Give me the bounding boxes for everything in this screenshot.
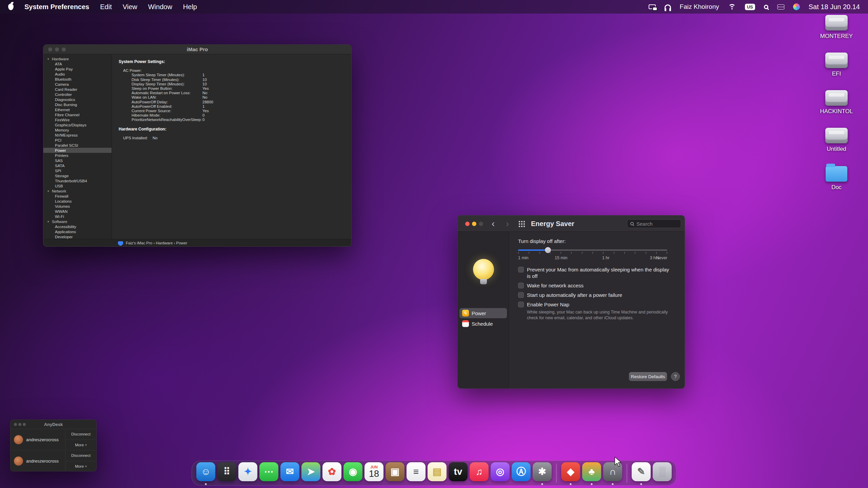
more-button[interactable]: More▾ — [65, 440, 96, 450]
system-info-sidebar-row[interactable]: PCI — [43, 138, 112, 143]
sidebar-section-software[interactable]: ▾ Software — [43, 219, 112, 224]
system-info-sidebar-row[interactable]: USB — [43, 183, 112, 188]
screen-mirroring-icon[interactable] — [649, 4, 656, 9]
spotlight-search-icon[interactable] — [764, 5, 768, 9]
system-info-sidebar-row[interactable]: WWAN — [43, 209, 112, 214]
headphones-icon[interactable] — [665, 4, 671, 9]
sidebar-section-hardware[interactable]: ▾ Hardware — [43, 56, 112, 61]
system-info-titlebar[interactable]: iMac Pro — [43, 45, 351, 54]
display-sleep-slider-thumb[interactable] — [545, 247, 551, 253]
minimize-button[interactable] — [55, 47, 59, 52]
desktop-icon-doc[interactable]: Doc — [810, 165, 863, 197]
show-all-grid-button[interactable] — [519, 221, 520, 222]
fast-user-switching-label[interactable]: Faiz Khoirony — [680, 3, 719, 11]
system-info-sidebar-row[interactable]: Volumes — [43, 204, 112, 209]
system-info-sidebar-row[interactable]: Developer — [43, 234, 112, 239]
desktop-icon-monterey[interactable]: MONTEREY — [810, 15, 863, 47]
menu-view[interactable]: View — [123, 3, 137, 11]
more-button[interactable]: More▾ — [65, 461, 96, 472]
search-field[interactable]: Search — [627, 219, 681, 228]
tv-dock-icon[interactable]: tv — [448, 461, 469, 485]
system-info-sidebar-row[interactable]: SATA — [43, 163, 112, 168]
finder-dock-icon[interactable]: ☺ — [195, 461, 216, 485]
system-info-sidebar-row[interactable]: Disc Burning — [43, 102, 112, 107]
system-info-sidebar-row[interactable]: Parallel SCSI — [43, 143, 112, 148]
close-button[interactable] — [465, 222, 470, 226]
system-info-sidebar-row[interactable]: Storage — [43, 173, 112, 178]
textedit-dock-icon[interactable]: ✎ — [631, 461, 652, 485]
mail-dock-icon[interactable]: ✉ — [279, 461, 300, 485]
minimize-button[interactable] — [472, 222, 476, 226]
menu-app-name[interactable]: System Preferences — [24, 3, 89, 11]
launchpad-dock-icon[interactable]: ⠿ — [216, 461, 237, 485]
system-info-sidebar-row[interactable]: Audio — [43, 72, 112, 77]
podcasts-dock-icon[interactable]: ◎ — [490, 461, 511, 485]
display-sleep-slider[interactable] — [518, 247, 667, 253]
system-preferences-dock-icon[interactable]: ✱ — [532, 461, 553, 485]
photo-booth-dock-icon[interactable]: ▣ — [384, 461, 406, 485]
zoom-button[interactable] — [62, 47, 66, 52]
system-info-sidebar-row[interactable]: Graphics/Displays — [43, 122, 112, 127]
system-info-sidebar-row[interactable]: Card Reader — [43, 87, 112, 92]
apple-menu-icon[interactable] — [8, 4, 14, 10]
facetime-dock-icon[interactable]: ◉ — [342, 461, 363, 485]
system-info-sidebar-row[interactable]: ATA — [43, 61, 112, 66]
schedule-tab[interactable]: Schedule — [459, 319, 507, 329]
app-store-dock-icon[interactable]: Ⓐ — [511, 461, 532, 485]
zoom-button[interactable] — [479, 222, 483, 226]
close-button[interactable] — [14, 423, 17, 426]
system-info-sidebar-row[interactable]: Apple Pay — [43, 66, 112, 72]
system-info-sidebar-row[interactable]: Ethernet — [43, 107, 112, 112]
system-info-sidebar-row[interactable]: Wi-Fi — [43, 214, 112, 219]
checkbox[interactable] — [518, 292, 524, 298]
system-info-sidebar-row[interactable]: Bluetooth — [43, 77, 112, 82]
energy-saver-toolbar[interactable]: ‹ › Energy Saver Search — [458, 216, 685, 232]
menu-window[interactable]: Window — [148, 3, 172, 11]
sidebar-item-power[interactable]: Power — [43, 148, 112, 153]
system-info-sidebar-row[interactable]: Printers — [43, 153, 112, 158]
photos-dock-icon[interactable]: ✿ — [321, 461, 342, 485]
notes-dock-icon[interactable]: ▤ — [427, 461, 448, 485]
disconnect-button[interactable]: Disconnect — [65, 450, 96, 461]
system-info-sidebar-row[interactable]: SPI — [43, 168, 112, 173]
keyboard-input-icon[interactable]: US — [745, 4, 755, 10]
system-info-sidebar-row[interactable]: Applications — [43, 229, 112, 234]
dock-divider[interactable] — [556, 464, 557, 483]
checkbox[interactable] — [518, 302, 524, 307]
zoom-button[interactable] — [23, 423, 26, 426]
checkbox[interactable] — [518, 267, 524, 272]
desktop-icon-hackintol[interactable]: HACKINTOL — [810, 90, 863, 122]
safari-dock-icon[interactable]: ✦ — [237, 461, 258, 485]
sidebar-section-network[interactable]: ▾ Network — [43, 188, 112, 194]
system-info-sidebar-row[interactable]: Thunderbolt/USB4 — [43, 178, 112, 183]
desktop-icon-untitled[interactable]: Untitled — [810, 128, 863, 160]
menu-edit[interactable]: Edit — [100, 3, 112, 11]
maps-dock-icon[interactable]: ➤ — [300, 461, 321, 485]
trash-dock-icon[interactable]: ░ — [652, 461, 673, 485]
system-info-sidebar-row[interactable]: Fibre Channel — [43, 112, 112, 117]
system-info-sidebar-row[interactable]: Firewall — [43, 194, 112, 199]
wifi-icon[interactable] — [728, 4, 736, 10]
system-info-sidebar-row[interactable]: NVMExpress — [43, 133, 112, 138]
back-button[interactable]: ‹ — [492, 216, 495, 232]
system-info-sidebar-row[interactable]: Controller — [43, 92, 112, 97]
calendar-dock-icon[interactable]: JUN 18 — [363, 461, 384, 485]
desktop-icon-efi[interactable]: EFI — [810, 53, 863, 84]
system-info-sidebar-row[interactable]: Locations — [43, 199, 112, 204]
anydesk-dock-icon[interactable]: ◆ — [560, 461, 581, 485]
power-tab[interactable]: ϟ Power — [459, 308, 507, 318]
menu-help[interactable]: Help — [183, 3, 197, 11]
minimize-button[interactable] — [18, 423, 21, 426]
system-info-sidebar-row[interactable]: FireWire — [43, 117, 112, 122]
system-info-sidebar-row[interactable]: SAS — [43, 158, 112, 163]
dock-divider[interactable] — [627, 464, 627, 483]
close-button[interactable] — [48, 47, 52, 52]
system-info-sidebar-row[interactable]: Memory — [43, 127, 112, 133]
menu-bar-clock[interactable]: Sat 18 Jun 20.14 — [809, 3, 860, 11]
siri-icon[interactable] — [793, 3, 800, 10]
clover-configurator-dock-icon[interactable]: ♣ — [581, 461, 602, 485]
control-center-icon[interactable] — [777, 4, 784, 9]
restore-defaults-button[interactable]: Restore Defaults — [629, 372, 667, 381]
reminders-dock-icon[interactable]: ≡ — [406, 461, 427, 485]
messages-dock-icon[interactable]: ⋯ — [258, 461, 279, 485]
